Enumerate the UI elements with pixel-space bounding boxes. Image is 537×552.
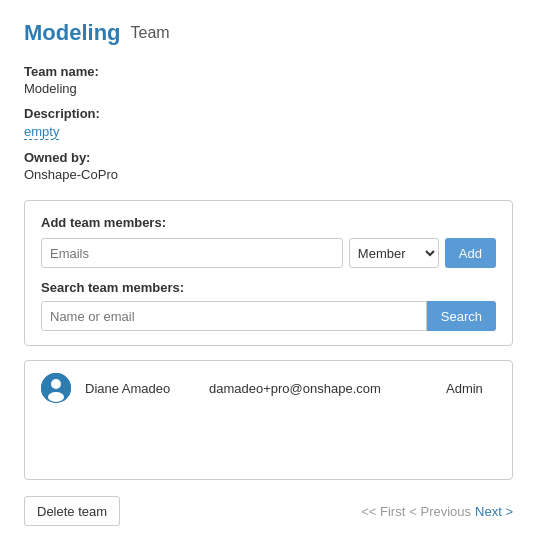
members-table: Diane Amadeo damadeo+pro@onshape.com Adm… bbox=[24, 360, 513, 480]
search-input[interactable] bbox=[41, 301, 427, 331]
search-members-row: Search bbox=[41, 301, 496, 331]
search-members-label: Search team members: bbox=[41, 280, 496, 295]
description-value[interactable]: empty bbox=[24, 124, 59, 140]
svg-point-2 bbox=[48, 392, 64, 402]
page-subtitle: Team bbox=[131, 24, 170, 42]
add-button[interactable]: Add bbox=[445, 238, 496, 268]
avatar bbox=[41, 373, 71, 403]
user-icon bbox=[41, 373, 71, 403]
description-block: Description: empty bbox=[24, 106, 513, 140]
first-page-link[interactable]: << First bbox=[361, 504, 405, 519]
team-name-value: Modeling bbox=[24, 81, 513, 96]
page-header: Modeling Team bbox=[24, 20, 513, 46]
team-name-block: Team name: Modeling bbox=[24, 64, 513, 96]
table-row: Diane Amadeo damadeo+pro@onshape.com Adm… bbox=[25, 361, 512, 415]
description-label: Description: bbox=[24, 106, 513, 121]
owned-by-value: Onshape-CoPro bbox=[24, 167, 513, 182]
add-members-row: Member Admin Add bbox=[41, 238, 496, 268]
team-name-label: Team name: bbox=[24, 64, 513, 79]
delete-team-button[interactable]: Delete team bbox=[24, 496, 120, 526]
role-select[interactable]: Member Admin bbox=[349, 238, 439, 268]
previous-page-link[interactable]: < Previous bbox=[409, 504, 471, 519]
member-name: Diane Amadeo bbox=[85, 381, 195, 396]
owned-by-label: Owned by: bbox=[24, 150, 513, 165]
member-role: Admin bbox=[446, 381, 496, 396]
page-title: Modeling bbox=[24, 20, 121, 46]
svg-point-1 bbox=[51, 379, 61, 389]
add-members-section: Add team members: Member Admin Add Searc… bbox=[24, 200, 513, 346]
owned-by-block: Owned by: Onshape-CoPro bbox=[24, 150, 513, 182]
emails-input[interactable] bbox=[41, 238, 343, 268]
footer: Delete team << First < Previous Next > bbox=[24, 496, 513, 526]
pagination: << First < Previous Next > bbox=[361, 504, 513, 519]
member-email: damadeo+pro@onshape.com bbox=[209, 381, 432, 396]
add-members-label: Add team members: bbox=[41, 215, 496, 230]
search-button[interactable]: Search bbox=[427, 301, 496, 331]
next-page-link[interactable]: Next > bbox=[475, 504, 513, 519]
